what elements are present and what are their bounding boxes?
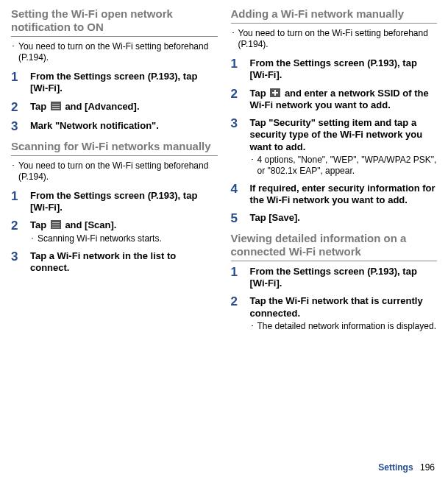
note-bullet: ･ You need to turn on the Wi-Fi setting … (11, 41, 218, 63)
step-instruction: Mark "Network notification". (30, 120, 218, 132)
step-item: 1 From the Settings screen (P.193), tap … (231, 57, 438, 82)
bullet-dot: ･ (30, 233, 38, 244)
step-instruction: From the Settings screen (P.193), tap [W… (250, 57, 438, 82)
step-item: 2 Tap and [Advanced]. (11, 101, 218, 115)
step-number: 5 (231, 212, 250, 226)
step-number: 2 (231, 88, 250, 102)
step-number: 3 (11, 250, 30, 264)
step-sub: ･ The detailed network information is di… (250, 321, 438, 332)
step-number: 2 (231, 295, 250, 309)
step-instruction: Tap and [Advanced]. (30, 101, 218, 113)
step-number: 2 (11, 101, 30, 115)
step-item: 4 If required, enter security informatio… (231, 183, 438, 207)
bullet-dot: ･ (250, 155, 257, 177)
bullet-dot: ･ (11, 41, 18, 63)
left-column: Setting the Wi-Fi open network notificat… (11, 7, 218, 338)
step-item: 1 From the Settings screen (P.193), tap … (11, 190, 218, 214)
footer-section-label: Settings (378, 462, 413, 473)
step-sub: ･ 4 options, "None", "WEP", "WPA/WPA2 PS… (250, 155, 438, 177)
step-number: 4 (231, 183, 250, 197)
step-item: 1 From the Settings screen (P.193), tap … (231, 266, 438, 290)
bullet-dot: ･ (250, 321, 257, 332)
note-text: You need to turn on the Wi-Fi setting be… (18, 41, 218, 63)
menu-icon (51, 102, 61, 110)
note-text: You need to turn on the Wi-Fi setting be… (238, 28, 438, 50)
bullet-dot: ･ (11, 160, 18, 183)
step-item: 3 Tap a Wi-Fi network in the list to con… (11, 250, 218, 275)
note-bullet: ･ You need to turn on the Wi-Fi setting … (11, 160, 218, 183)
plus-icon (270, 88, 280, 97)
step-instruction: Tap "Security" setting item and tap a se… (250, 117, 438, 153)
step-number: 3 (231, 117, 250, 131)
step-instruction: If required, enter security information … (250, 183, 438, 207)
note-bullet: ･ You need to turn on the Wi-Fi setting … (231, 28, 438, 50)
step-item: 2 Tap and enter a network SSID of the Wi… (231, 88, 438, 112)
section-title: Viewing detailed information on a connec… (231, 232, 438, 261)
right-column: Adding a Wi-Fi network manually ･ You ne… (231, 7, 438, 338)
bullet-dot: ･ (231, 28, 238, 50)
step-item: 3 Tap "Security" setting item and tap a … (231, 117, 438, 177)
step-instruction: Tap [Save]. (250, 212, 438, 224)
step-instruction: Tap the Wi-Fi network that is currently … (250, 295, 438, 319)
step-instruction: From the Settings screen (P.193), tap [W… (30, 71, 218, 95)
step-instruction: Tap and [Scan]. (30, 219, 218, 231)
step-number: 1 (11, 190, 30, 204)
step-instruction: Tap a Wi-Fi network in the list to conne… (30, 250, 218, 275)
step-number: 2 (11, 219, 30, 233)
step-number: 1 (231, 266, 250, 280)
step-sub: ･ Scanning Wi-Fi networks starts. (30, 233, 218, 244)
step-item: 2 Tap and [Scan]. ･ Scanning Wi-Fi netwo… (11, 219, 218, 244)
section-title: Setting the Wi-Fi open network notificat… (11, 7, 218, 37)
section-title: Scanning for Wi-Fi networks manually (11, 140, 218, 156)
step-instruction: From the Settings screen (P.193), tap [W… (250, 266, 438, 290)
page-footer: Settings 196 (378, 462, 435, 473)
step-item: 3 Mark "Network notification". (11, 120, 218, 134)
page-number: 196 (420, 462, 435, 473)
step-number: 1 (11, 71, 30, 85)
menu-icon (51, 220, 61, 229)
step-number: 3 (11, 120, 30, 134)
step-instruction: From the Settings screen (P.193), tap [W… (30, 190, 218, 214)
step-number: 1 (231, 57, 250, 71)
step-item: 5 Tap [Save]. (231, 212, 438, 226)
note-text: You need to turn on the Wi-Fi setting be… (18, 160, 218, 183)
step-item: 2 Tap the Wi-Fi network that is currentl… (231, 295, 438, 332)
section-title: Adding a Wi-Fi network manually (231, 7, 438, 24)
step-instruction: Tap and enter a network SSID of the Wi-F… (250, 88, 438, 112)
step-item: 1 From the Settings screen (P.193), tap … (11, 71, 218, 95)
